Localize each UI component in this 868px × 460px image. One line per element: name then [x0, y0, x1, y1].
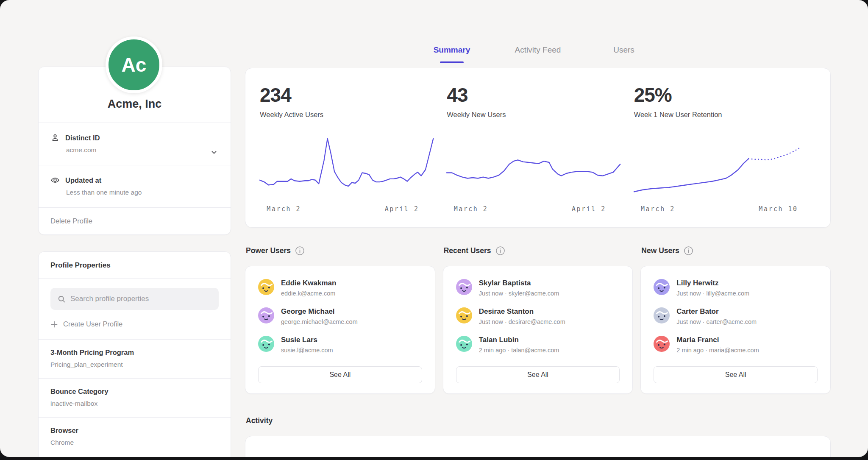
see-all-button[interactable]: See All: [258, 366, 422, 383]
chevron-down-icon[interactable]: [209, 148, 219, 157]
user-meta: Just now · skyler@acme.com: [479, 290, 559, 297]
user-list-item[interactable]: Carter BatorJust now · carter@acme.com: [654, 307, 818, 325]
user-list-item[interactable]: Desirae StantonJust now · desirare@acme.…: [456, 307, 620, 325]
tab-activity-feed[interactable]: Activity Feed: [495, 45, 581, 66]
weekly-new-users-chart: [447, 136, 620, 200]
user-name: Eddie Kwakman: [281, 279, 336, 287]
user-list-card: Eddie Kwakmaneddie.k@acme.comGeorge Mich…: [245, 266, 435, 394]
x-axis-tick: March 2: [454, 205, 488, 213]
company-avatar: Ac: [106, 36, 162, 93]
user-meta: susie.l@acme.com: [281, 347, 333, 354]
user-sections: Power UsersEddie Kwakmaneddie.k@acme.com…: [245, 243, 831, 394]
week1-retention-chart: [634, 136, 807, 200]
user-name: Susie Lars: [281, 336, 333, 344]
user-avatar: [456, 279, 472, 295]
user-section: New UsersLilly HerwitzJust now · lilly@a…: [640, 243, 831, 394]
stat-value: 25%: [634, 84, 807, 106]
stat-label: Week 1 New User Retention: [634, 111, 807, 119]
user-list-item[interactable]: Eddie Kwakmaneddie.k@acme.com: [258, 279, 422, 297]
main-tabs: Summary Activity Feed Users: [245, 45, 831, 66]
section-header: New Users: [640, 243, 831, 266]
user-list-item[interactable]: Lilly HerwitzJust now · lilly@acme.com: [654, 279, 818, 297]
x-axis: March 2 March 10: [634, 205, 807, 215]
tab-users[interactable]: Users: [581, 45, 667, 66]
user-meta: george.michael@acme.com: [281, 318, 358, 325]
user-meta: 2 min ago · maria@acme.com: [676, 347, 759, 354]
user-avatar: [654, 336, 670, 352]
see-all-button[interactable]: See All: [456, 366, 620, 383]
stat-label: Weekly New Users: [447, 111, 620, 119]
user-avatar: [654, 307, 670, 323]
user-avatar: [258, 279, 274, 295]
property-name: Bounce Category: [50, 388, 219, 396]
user-avatar: [456, 336, 472, 352]
user-avatar: [258, 336, 274, 352]
active-tab-underline: [440, 61, 464, 63]
user-list-item[interactable]: George Michaelgeorge.michael@acme.com: [258, 307, 422, 325]
info-icon[interactable]: [495, 246, 505, 256]
section-title: Recent Users: [444, 246, 491, 255]
user-section: Recent UsersSkylar BaptistaJust now · sk…: [443, 243, 633, 394]
section-header: Recent Users: [443, 243, 633, 266]
stat-weekly-new-users: 43 Weekly New Users March 2 April 2: [447, 84, 634, 227]
x-axis-tick: March 10: [759, 205, 798, 213]
tab-summary[interactable]: Summary: [409, 45, 495, 66]
tab-users-label: Users: [613, 45, 634, 54]
x-axis-tick: April 2: [385, 205, 419, 213]
stat-value: 234: [260, 84, 433, 106]
property-row[interactable]: Browser Chrome: [39, 417, 231, 456]
distinct-id-label: Distinct ID: [65, 134, 100, 142]
plus-icon: [50, 321, 58, 328]
user-meta: Just now · desirare@acme.com: [479, 318, 565, 325]
activity-title: Activity: [246, 416, 273, 425]
x-axis: March 2 April 2: [260, 205, 433, 215]
user-name: Talan Lubin: [479, 336, 559, 344]
info-icon[interactable]: [295, 246, 305, 256]
create-user-profile-button[interactable]: Create User Profile: [39, 310, 231, 339]
activity-card: 234 240 3.4k: [245, 436, 831, 457]
user-name: Lilly Herwitz: [676, 279, 749, 287]
property-value: Pricing_plan_experiment: [50, 361, 219, 368]
updated-at-label: Updated at: [65, 176, 101, 184]
profile-properties-title: Profile Properties: [39, 252, 231, 279]
search-input[interactable]: [70, 295, 212, 303]
user-name: Skylar Baptista: [479, 279, 559, 287]
property-row[interactable]: 3-Month Pricing Program Pricing_plan_exp…: [39, 339, 231, 378]
summary-card: 234 Weekly Active Users March 2 April 2 …: [245, 68, 831, 228]
x-axis: March 2 April 2: [447, 205, 620, 215]
distinct-id-value: acme.com: [66, 146, 219, 154]
stat-week1-retention: 25% Week 1 New User Retention March 2 Ma…: [634, 84, 821, 227]
user-meta: Just now · carter@acme.com: [676, 318, 757, 325]
profile-properties-search[interactable]: [50, 288, 219, 310]
activity-stat: 3.4k: [634, 453, 807, 457]
company-avatar-initials: Ac: [122, 53, 147, 76]
activity-stat: 234: [260, 453, 433, 457]
user-list-item[interactable]: Maria Franci2 min ago · maria@acme.com: [654, 336, 818, 354]
info-icon[interactable]: [684, 246, 693, 256]
updated-at-value: Less than one minute ago: [66, 189, 219, 196]
user-list-item[interactable]: Talan Lubin2 min ago · talan@acme.com: [456, 336, 620, 354]
user-meta: eddie.k@acme.com: [281, 290, 336, 297]
property-name: Browser: [50, 427, 219, 435]
distinct-id-row: Distinct ID acme.com: [39, 123, 231, 165]
section-title: Power Users: [246, 246, 291, 255]
user-list-item[interactable]: Susie Larssusie.l@acme.com: [258, 336, 422, 354]
delete-profile-button[interactable]: Delete Profile: [39, 207, 231, 234]
user-avatar: [654, 279, 670, 295]
property-name: 3-Month Pricing Program: [50, 348, 219, 357]
person-icon: [50, 133, 60, 142]
profile-properties-card: Profile Properties Create User Profile 3…: [38, 251, 231, 457]
see-all-button[interactable]: See All: [654, 366, 818, 383]
user-list-card: Skylar BaptistaJust now · skyler@acme.co…: [443, 266, 633, 394]
section-header: Power Users: [245, 243, 435, 266]
tab-activity-feed-label: Activity Feed: [515, 45, 561, 54]
section-title: New Users: [641, 246, 679, 255]
x-axis-tick: April 2: [572, 205, 606, 213]
property-row[interactable]: Bounce Category inactive-mailbox: [39, 378, 231, 417]
user-meta: Just now · lilly@acme.com: [676, 290, 749, 297]
activity-stat: 240: [447, 453, 620, 457]
stat-value: 43: [447, 84, 620, 106]
updated-at-row: Updated at Less than one minute ago: [39, 165, 231, 207]
user-list-item[interactable]: Skylar BaptistaJust now · skyler@acme.co…: [456, 279, 620, 297]
x-axis-tick: March 2: [641, 205, 675, 213]
